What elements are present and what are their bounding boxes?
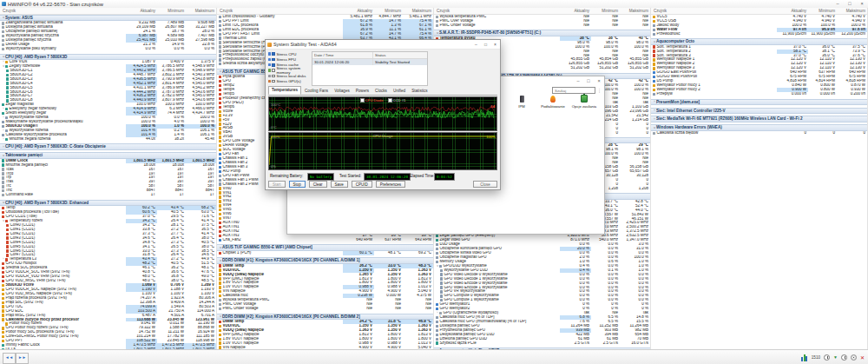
checkbox-icon[interactable] <box>272 75 275 78</box>
sensor-row[interactable]: Cha_Fan2640 RPM637 RPM643 RPM <box>217 238 433 242</box>
sensor-icon-c <box>6 99 9 102</box>
expand-columns-button[interactable]: ►► <box>16 353 29 364</box>
panel-menu-icon[interactable]: ⋮ <box>597 88 602 93</box>
sensor-icon-p <box>2 309 4 312</box>
maximize-icon[interactable]: □ <box>844 0 856 8</box>
sensor-row[interactable]: Wykorzystanie pliku wymiany0.0 %0.0 %0.0… <box>0 47 216 51</box>
sensor-row[interactable]: PMIC Under VoltageNieNieNie <box>434 23 650 28</box>
tab-cooling-fans[interactable]: Cooling Fans <box>302 88 331 95</box>
sensor-icon-p <box>2 293 4 295</box>
stress-option-label: Stress GPU(s) <box>276 79 300 83</box>
panel-maximize-icon[interactable]: □ <box>583 76 594 86</box>
ipm-icon <box>520 96 524 103</box>
sensor-icon-t <box>653 54 655 56</box>
reset-arrow-icon[interactable]: ▼ <box>833 354 838 361</box>
sensor-icon-t <box>2 215 4 218</box>
stress-option-label: Stress local disks <box>276 74 306 78</box>
sensor-icon-p <box>219 122 221 125</box>
sensor-icon-c <box>2 103 4 106</box>
aida-minimize-icon[interactable]: – <box>471 40 481 49</box>
clear-button[interactable]: Clear <box>309 181 327 188</box>
tab-unified[interactable]: Unified <box>391 88 408 95</box>
checkbox-icon[interactable] <box>272 63 275 67</box>
search-input[interactable] <box>552 87 595 94</box>
sensor-section-header[interactable]: ›CPU [#0]: AMD Ryzen 7 5800X3D: C-State … <box>0 143 216 149</box>
sensor-icon-c <box>6 90 9 93</box>
sensor-value-min: Nie <box>374 307 403 311</box>
stress-option[interactable]: Stress GPU(s) <box>268 78 312 83</box>
sensor-icon-u <box>219 36 221 39</box>
sensor-row[interactable]: Przewodność11,900 µS/cm11,900 µS/cm12,20… <box>651 32 867 36</box>
sensor-icon-t <box>6 254 9 256</box>
sensor-row[interactable]: Całkowita liczba błędów000 <box>651 131 867 136</box>
aida-status-fields: Remaining Battery: No battery Test Start… <box>266 172 500 180</box>
settings-gear-icon[interactable] <box>851 354 857 361</box>
graph-icon[interactable] <box>801 354 808 361</box>
sensor-section-header[interactable]: ˅CPU [#0]: AMD Ryzen 7 5800X3D: Enhanced <box>0 200 216 206</box>
sensor-row[interactable]: PMIC Under VoltageNieNieNie <box>217 307 433 311</box>
sensor-icon-f <box>219 157 221 160</box>
panel-item-podtaktowanie[interactable]: Podtaktowanie <box>537 95 569 109</box>
tab-statistics[interactable]: Statistics <box>409 88 430 95</box>
sensor-value-min: 48.1 °C <box>374 251 403 255</box>
panel-close-icon[interactable]: × <box>594 76 604 86</box>
minimize-icon[interactable]: – <box>832 0 844 8</box>
checkbox-icon[interactable] <box>272 80 275 83</box>
sensor-section-header[interactable]: ˅Aquacomputer Octo <box>651 38 867 44</box>
sensor-section-header[interactable]: ˅CPU [#0]: AMD Ryzen 7 5800X3D <box>0 54 216 60</box>
column-header-row: CzujnikAktualnyMinimumMaksimum <box>217 8 433 15</box>
sensor-row[interactable]: Command Rate1T1T1T <box>0 193 216 197</box>
sensor-value-min: 1T <box>157 193 186 197</box>
sensor-row[interactable]: Chipset 1 (PCH)60.1 °C48.1 °C69.2 °C <box>217 251 433 255</box>
sensor-row[interactable]: ›Mnożnik zegara rdzenia44.0x38.2x45.4x <box>0 137 216 142</box>
save-button[interactable]: Save <box>331 181 348 188</box>
panel-item-ipm[interactable]: IPM <box>506 95 537 109</box>
sensor-icon-f <box>436 303 438 306</box>
preferences-button[interactable]: Preferences <box>376 181 405 188</box>
sensor-section-header[interactable]: ˅DDR5 DIMM [#1]: Kingston KF3600C16D4/16… <box>217 257 433 263</box>
sensor-icon-p <box>2 284 4 287</box>
collapse-columns-button[interactable]: ◄◄ <box>3 353 16 364</box>
sensor-section-header[interactable]: ›Sieć: MediaTek Wi-Fi 6E MT7921 (RZ608) … <box>651 116 867 122</box>
cpuid-button[interactable]: CPUID <box>352 181 372 188</box>
column-header-min: Minimum <box>374 9 403 13</box>
tab-voltages[interactable]: Voltages <box>332 88 352 95</box>
checkbox-icon[interactable] <box>272 58 275 62</box>
sensor-section-header[interactable]: ›PresentMon [dwm.exe] <box>651 99 867 105</box>
sensor-section-header[interactable]: ˅DDR5 DIMM [#2]: Kingston KF3600C16D4/16… <box>217 314 433 320</box>
sensor-section-header[interactable]: ˅Taktowanie pamięci <box>0 152 216 158</box>
reset-clock-icon[interactable] <box>841 354 847 361</box>
tab-temperatures[interactable]: Temperatures <box>268 86 301 95</box>
sensor-label: Chipset 1 (PCH) <box>222 251 343 255</box>
sensor-section-header[interactable]: ˅ASUS TUF GAMING B550-E WIFI [AMD Chipse… <box>217 244 433 250</box>
sensor-icon-d <box>219 299 221 301</box>
sensor-section-header[interactable]: ˅Windows Hardware Errors (WHEA) <box>651 124 867 130</box>
sensor-icon-p <box>219 200 221 202</box>
sensor-value-current: 0 <box>777 131 808 136</box>
panel-minimize-icon[interactable]: – <box>573 76 583 86</box>
hwinfo-toolbar: ◄◄ ►► 1510 ▼ ✕ <box>0 349 868 364</box>
checkbox-icon[interactable] <box>272 52 275 56</box>
sensor-section-header[interactable]: ˅S.M.A.R.T.: IR-SSDPR-P34B-KIT-80 [SW595… <box>434 30 650 36</box>
stress-device-icon <box>268 52 271 55</box>
sensor-icon-d <box>2 48 4 50</box>
sensor-row[interactable]: Przepływ0.000 l/h0.000 l/h0.200 l/h <box>651 92 867 96</box>
clock-icon[interactable] <box>824 354 830 361</box>
stop-button[interactable]: Stop <box>289 181 306 188</box>
close-sensors-icon[interactable]: ✕ <box>860 354 865 362</box>
aida-close-icon[interactable]: × <box>490 40 500 49</box>
tab-clocks[interactable]: Clocks <box>372 88 390 95</box>
close-button[interactable]: Close <box>473 181 497 188</box>
sensor-section-header[interactable]: ˅System: ASUS <box>0 15 216 21</box>
sensor-icon-u <box>436 338 438 341</box>
checkbox-icon[interactable] <box>272 69 275 72</box>
sensor-icon-c <box>6 86 9 89</box>
panel-item-opcje-zasilania[interactable]: Opcje zasilania <box>569 95 600 109</box>
status-table-row[interactable]: 30.01.2024 12:06:20 Stability Test Start… <box>312 59 427 65</box>
sensor-row[interactable]: Szybkość łącza PCIe2.5 GT/s2.5 GT/s16.0 … <box>434 341 650 346</box>
close-icon[interactable]: × <box>856 0 868 8</box>
tab-powers[interactable]: Powers <box>353 88 372 95</box>
sensor-label: Command Rate <box>5 193 126 197</box>
aida-maximize-icon[interactable]: □ <box>481 40 490 49</box>
sensor-section-header[interactable]: ›Sieć: Intel Ethernet Controller I225-V <box>651 108 867 114</box>
